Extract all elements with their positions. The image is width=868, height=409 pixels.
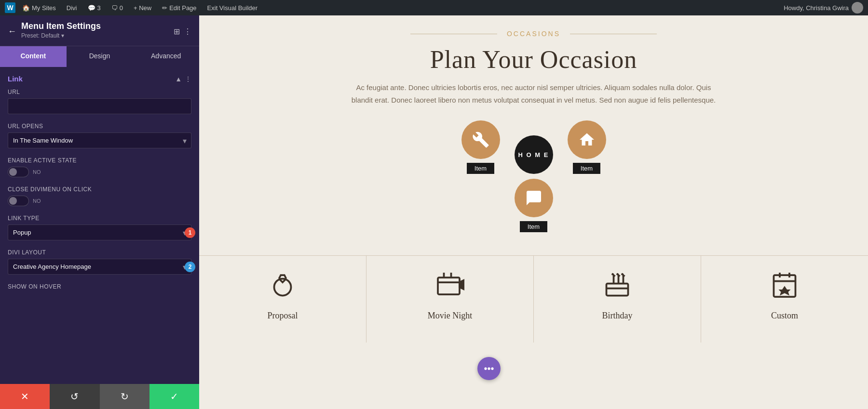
birthday-icon: [603, 270, 632, 303]
edit-page-btn[interactable]: ✏ Edit Page: [158, 0, 200, 15]
save-icon: ✓: [170, 391, 178, 402]
floating-menu-button[interactable]: •••: [477, 357, 501, 380]
divi-layout-select[interactable]: Creative Agency Homepage: [8, 259, 191, 275]
toggle-knob: [9, 168, 17, 176]
card-label-movie: Movie Night: [428, 311, 473, 321]
layout-icon[interactable]: ⊞: [174, 27, 180, 36]
redo-button[interactable]: ↻: [100, 384, 149, 409]
url-opens-select[interactable]: In The Same Window In A New Tab: [8, 132, 191, 148]
occasions-section: OCCASIONS Plan Your Occasion Ac feugiat …: [199, 15, 868, 246]
link-type-field-group: Link Type Popup 1: [8, 215, 191, 240]
icon-row-top: Item H O M E Item: [209, 120, 858, 174]
cake-icon: [603, 270, 632, 299]
occasions-title: Plan Your Occasion: [209, 45, 858, 74]
wrench-icon: [472, 131, 489, 148]
close-menu-toggle-row: NO: [8, 196, 191, 206]
link-type-select-wrapper: Popup: [8, 224, 191, 240]
svg-marker-2: [460, 280, 464, 290]
icon-item-house: Item: [568, 120, 606, 174]
link-type-label: Link Type: [8, 215, 191, 222]
undo-icon: ↺: [70, 391, 79, 402]
active-state-field-group: Enable Active State NO: [8, 157, 191, 177]
divider-left: [410, 34, 497, 34]
panel-actions: ✕ ↺ ↻ ✓: [0, 384, 199, 409]
svg-marker-8: [779, 286, 791, 296]
url-input[interactable]: [8, 98, 191, 114]
wp-logo-icon[interactable]: W: [5, 2, 15, 13]
icon-item-wrench: Item: [461, 120, 500, 174]
url-opens-wrapper: In The Same Window In A New Tab: [8, 132, 191, 148]
icon-item-home-text: H O M E: [515, 135, 553, 174]
divi-label: Divi: [67, 4, 77, 12]
comments-menu[interactable]: 💬 3: [84, 0, 105, 15]
active-state-toggle[interactable]: [8, 167, 29, 177]
house-icon: [578, 131, 596, 148]
close-menu-toggle[interactable]: [8, 196, 29, 206]
tab-content[interactable]: Content: [0, 46, 67, 67]
new-menu[interactable]: + New: [130, 0, 155, 15]
card-label-proposal: Proposal: [268, 311, 298, 321]
my-sites-icon: 🏠: [22, 4, 30, 12]
section-more-icon[interactable]: ⋮: [185, 75, 191, 83]
section-title-link: Link: [8, 75, 23, 83]
panel-tabs: Content Design Advanced: [0, 46, 199, 67]
exit-builder-label: Exit Visual Builder: [207, 4, 258, 12]
more-options-icon[interactable]: ⋮: [184, 27, 191, 36]
comments-icon2: 🗨: [111, 4, 118, 12]
divider-right: [570, 34, 657, 34]
dots-icon: •••: [484, 363, 494, 374]
user-menu[interactable]: Howdy, Christina Gwira: [784, 2, 863, 13]
back-icon[interactable]: ←: [8, 26, 16, 37]
link-type-wrapper: Popup 1: [8, 224, 191, 240]
undo-button[interactable]: ↺: [50, 384, 99, 409]
section-collapse-icon[interactable]: ▲: [175, 75, 182, 83]
divi-layout-label: Divi Layout: [8, 249, 191, 256]
chat-icon: [525, 189, 542, 207]
redo-icon: ↻: [121, 391, 129, 402]
preset-value: Preset: Default: [21, 32, 59, 39]
divi-menu[interactable]: Divi: [63, 0, 81, 15]
cancel-button[interactable]: ✕: [0, 384, 50, 409]
link-type-badge: 1: [185, 227, 195, 238]
url-field-group: URL: [8, 89, 191, 114]
active-state-toggle-label: NO: [33, 169, 41, 175]
card-custom: Custom: [701, 256, 868, 343]
exit-builder-btn[interactable]: Exit Visual Builder: [203, 0, 262, 15]
edit-icon: ✏: [162, 4, 167, 12]
item-label-chat: Item: [520, 221, 547, 232]
save-button[interactable]: ✓: [149, 384, 199, 409]
cancel-icon: ✕: [21, 391, 29, 402]
show-hover-label: Show On Hover: [8, 283, 191, 290]
divi-layout-badge: 2: [185, 262, 195, 272]
howdy-label: Howdy, Christina Gwira: [784, 4, 849, 12]
ring-icon: [268, 270, 297, 299]
occasions-divider: OCCASIONS: [209, 30, 858, 38]
tab-advanced[interactable]: Advanced: [133, 46, 199, 67]
tab-design[interactable]: Design: [67, 46, 133, 67]
edit-page-label: Edit Page: [169, 4, 196, 12]
comments-count-menu[interactable]: 🗨 0: [108, 0, 127, 15]
preset-label[interactable]: Preset: Default ▾: [21, 31, 101, 42]
my-sites-menu[interactable]: 🏠 My Sites: [18, 0, 60, 15]
admin-bar: W 🏠 My Sites Divi 💬 3 🗨 0 + New ✏ Edit P…: [0, 0, 868, 15]
cards-row: Proposal Movie Night: [199, 255, 868, 343]
occasions-label: OCCASIONS: [507, 30, 560, 38]
page-preview: OCCASIONS Plan Your Occasion Ac feugiat …: [199, 15, 868, 409]
icon-item-chat: Item: [515, 179, 553, 232]
link-type-select[interactable]: Popup: [8, 224, 191, 240]
icon-row-center: Item: [209, 179, 858, 232]
show-hover-field-group: Show On Hover: [8, 283, 191, 290]
comment-count: 3: [97, 4, 101, 12]
settings-panel: ← Menu Item Settings Preset: Default ▾ ⊞…: [0, 15, 199, 409]
item-label-house: Item: [573, 163, 600, 174]
url-opens-label: URL Opens: [8, 123, 191, 130]
house-circle: [568, 120, 606, 159]
custom-icon: [770, 270, 799, 303]
comments-icon: 💬: [88, 4, 95, 12]
proposal-icon: [268, 270, 297, 303]
card-proposal: Proposal: [199, 256, 366, 343]
active-state-label: Enable Active State: [8, 157, 191, 164]
occasions-body: Ac feugiat ante. Donec ultricies loborti…: [351, 81, 717, 106]
panel-title: Menu Item Settings: [21, 21, 101, 31]
panel-content: Link ▲ ⋮ URL URL Opens In The Same Windo…: [0, 67, 199, 384]
